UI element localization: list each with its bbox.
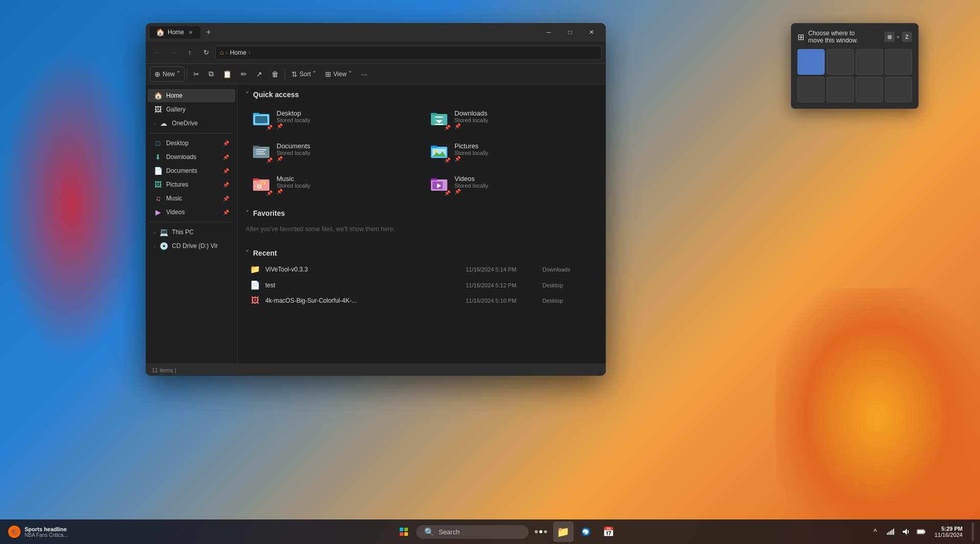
sort-button[interactable]: ⇅ Sort ˅	[287, 66, 320, 82]
sidebar-item-music[interactable]: ♫ Music 📌	[148, 192, 235, 205]
search-bar[interactable]: 🔍 Search	[416, 525, 529, 539]
delete-button[interactable]: 🗑	[267, 66, 283, 82]
recent-toggle[interactable]: ˅	[246, 250, 249, 257]
task-view-button[interactable]	[531, 522, 551, 542]
edge-taskbar-btn[interactable]	[576, 522, 596, 542]
tab-close-button[interactable]: ✕	[187, 29, 194, 36]
recent-item-1[interactable]: 📄 test 11/16/2024 5:12 PM Desktop	[246, 277, 598, 293]
svg-marker-40	[903, 529, 907, 535]
folder-card-videos[interactable]: 📌 Videos Stored locally 📌	[424, 170, 598, 199]
sidebar-item-videos[interactable]: ▶ Videos 📌	[148, 206, 235, 219]
snap-cell-8[interactable]	[885, 77, 912, 102]
recent-title: Recent	[253, 249, 277, 257]
calendar-taskbar-btn[interactable]: 📅	[598, 522, 619, 542]
folder-card-downloads[interactable]: 📌 Downloads Stored locally 📌	[424, 105, 598, 133]
network-icon[interactable]	[884, 526, 897, 538]
close-button[interactable]: ✕	[581, 25, 602, 40]
dot2	[539, 530, 542, 533]
title-bar: 🏠 Home ✕ + ─ □ ✕	[146, 23, 606, 41]
snap-cell-1[interactable]	[797, 49, 825, 75]
recent-item-2[interactable]: 🖼 4k-macOS-Big-Sur-Colorful-4K-... 11/16…	[246, 293, 598, 308]
show-desktop-button[interactable]	[972, 523, 974, 541]
desktop-pin2: 📌	[277, 123, 415, 129]
share-button[interactable]: ↗	[252, 66, 266, 82]
snap-popup-title: Choose where tomove this window.	[808, 30, 880, 44]
sidebar-item-downloads[interactable]: ⬇ Downloads 📌	[148, 150, 235, 164]
quick-access-toggle[interactable]: ˅	[246, 91, 249, 98]
status-bar-text: 11 items |	[152, 367, 600, 373]
back-button[interactable]: ←	[150, 46, 164, 60]
svg-rect-12	[256, 151, 264, 152]
snap-cell-2[interactable]	[827, 49, 854, 75]
status-cursor: |	[175, 367, 176, 373]
documents-folder-info: Documents Stored locally 📌	[277, 142, 415, 162]
start-button[interactable]	[394, 522, 414, 542]
recent-item-0-icon: 📁	[250, 264, 260, 274]
rename-button[interactable]: ✏	[237, 66, 251, 82]
sidebar-item-thispc[interactable]: › 💻 This PC	[148, 225, 235, 239]
new-button[interactable]: ⊕ New ˅	[150, 66, 185, 82]
svg-rect-39	[893, 529, 894, 535]
paste-button[interactable]: 📋	[219, 66, 236, 82]
maximize-button[interactable]: □	[560, 25, 580, 40]
documents-pin: 📌	[266, 157, 272, 163]
forward-button[interactable]: →	[166, 46, 180, 60]
svg-rect-1	[253, 113, 259, 115]
downloads-sidebar-icon: ⬇	[154, 153, 162, 161]
new-tab-button[interactable]: +	[202, 26, 215, 38]
sidebar-onedrive-label: OneDrive	[172, 120, 198, 127]
recent-section: ˅ Recent 📁 ViVeTool-v0.3.3 11/16/2024 5:…	[246, 249, 598, 308]
system-clock[interactable]: 5:29 PM 11/16/2024	[930, 526, 967, 538]
refresh-button[interactable]: ↻	[199, 46, 213, 60]
copy-button[interactable]: ⧉	[204, 66, 218, 82]
folder-card-music[interactable]: 📌 Music Stored locally 📌	[246, 170, 420, 199]
snap-cell-7[interactable]	[856, 77, 883, 102]
recent-item-0[interactable]: 📁 ViVeTool-v0.3.3 11/16/2024 5:14 PM Dow…	[246, 261, 598, 277]
sidebar-item-documents[interactable]: 📄 Documents 📌	[148, 164, 235, 177]
status-bar: 11 items |	[146, 364, 606, 376]
desktop-pin-icon: 📌	[223, 141, 229, 146]
sidebar-item-desktop[interactable]: □ Desktop 📌	[148, 137, 235, 150]
desktop-folder-info: Desktop Stored locally 📌	[277, 109, 415, 129]
desktop-pin: 📌	[266, 125, 272, 130]
snap-cell-3[interactable]	[856, 49, 883, 75]
up-button[interactable]: ↑	[183, 46, 197, 60]
sidebar-item-cddrive[interactable]: › 💿 CD Drive (D:) Vir	[148, 239, 235, 253]
music-sidebar-icon: ♫	[154, 194, 162, 202]
videos-folder-name: Videos	[454, 175, 592, 183]
folder-card-documents[interactable]: 📌 Documents Stored locally 📌	[246, 138, 420, 166]
sidebar-item-home[interactable]: 🏠 Home	[148, 89, 235, 102]
more-options-button[interactable]: ···	[357, 67, 371, 81]
svg-rect-6	[435, 117, 443, 118]
sidebar-downloads-label: Downloads	[166, 153, 196, 161]
favorites-toggle[interactable]: ˅	[246, 210, 249, 217]
sidebar-item-pictures[interactable]: 🖼 Pictures 📌	[148, 178, 235, 191]
minimize-button[interactable]: ─	[538, 25, 559, 40]
delete-icon: 🗑	[271, 70, 279, 78]
battery-icon[interactable]	[915, 526, 927, 538]
recent-item-1-icon: 📄	[250, 280, 260, 290]
taskbar: 🏀 Sports headline NBA Fans Critica... 🔍 …	[0, 519, 980, 544]
folder-card-desktop[interactable]: 📌 Desktop Stored locally 📌	[246, 105, 420, 133]
snap-cell-4[interactable]	[885, 49, 912, 75]
cut-button[interactable]: ✂	[189, 66, 203, 82]
view-button[interactable]: ⊞ View ˅	[321, 66, 356, 82]
sidebar-item-gallery[interactable]: 🖼 Gallery	[148, 103, 235, 116]
snap-cell-6[interactable]	[827, 77, 854, 102]
view-chevron: ˅	[349, 71, 352, 78]
volume-icon[interactable]	[900, 526, 912, 538]
explorer-tab[interactable]: 🏠 Home ✕	[150, 26, 200, 38]
network-hidden-icons[interactable]: ^	[869, 526, 881, 538]
sidebar-item-onedrive[interactable]: › ☁ OneDrive	[148, 117, 235, 130]
dot1	[535, 530, 538, 533]
music-pin2: 📌	[277, 189, 415, 194]
onedrive-expand-icon: ›	[154, 121, 155, 126]
cddrive-expand-icon: ›	[154, 243, 155, 249]
navigation-bar: ← → ↑ ↻ ⌂ › Home ›	[146, 41, 606, 64]
address-bar[interactable]: ⌂ › Home ›	[215, 46, 602, 60]
snap-cell-5[interactable]	[797, 77, 825, 102]
file-explorer-taskbar-btn[interactable]: 📁	[553, 522, 574, 542]
news-widget[interactable]: 🏀 Sports headline NBA Fans Critica...	[4, 524, 72, 540]
folder-card-pictures[interactable]: 📌 Pictures Stored locally 📌	[424, 138, 598, 166]
copy-icon: ⧉	[209, 70, 214, 78]
